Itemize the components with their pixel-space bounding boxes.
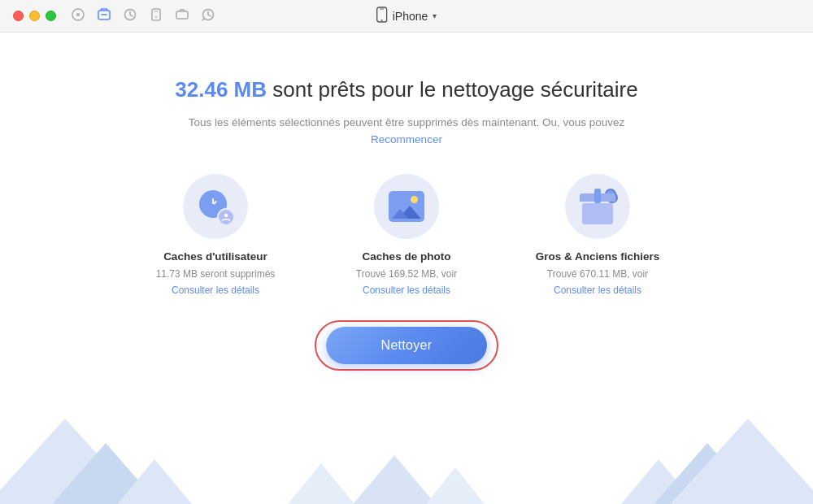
- clean-button-highlight-border: [315, 320, 499, 371]
- headline-size: 32.46 MB: [175, 77, 267, 102]
- bg-mountain-2: [49, 443, 163, 504]
- user-cache-title: Caches d'utilisateur: [163, 250, 267, 263]
- background-mountains: [0, 406, 813, 504]
- bg-mountain-4: [667, 419, 813, 504]
- box-body-shape: [582, 203, 613, 224]
- headline-text: sont prêts pour le nettoyage sécuritaire: [267, 77, 638, 102]
- large-files-details-link[interactable]: Consulter les détails: [554, 285, 641, 296]
- svg-point-13: [224, 213, 228, 216]
- toolbar-icon-6[interactable]: [201, 7, 215, 25]
- mountain1-shape: [392, 209, 408, 219]
- svg-point-12: [381, 20, 383, 21]
- photo-cache-title: Caches de photo: [363, 250, 451, 263]
- close-button[interactable]: [13, 11, 24, 21]
- clean-button-wrapper: Nettoyer: [326, 327, 488, 364]
- large-files-title: Gros & Anciens fichiers: [536, 250, 660, 263]
- toolbar-icon-3[interactable]: [123, 7, 137, 25]
- clock-hands: [206, 197, 220, 211]
- toolbar-icon-2[interactable]: [97, 7, 111, 25]
- recommencer-link[interactable]: Recommencer: [371, 133, 442, 146]
- device-selector[interactable]: iPhone ▾: [376, 7, 437, 26]
- card-large-files: Gros & Anciens fichiers Trouvé 670.11 MB…: [524, 174, 671, 296]
- photo-cache-desc: Trouvé 169.52 MB, voir: [356, 267, 457, 281]
- svg-point-1: [76, 13, 80, 16]
- minimize-button[interactable]: [29, 11, 40, 21]
- iphone-icon: [376, 7, 388, 26]
- photo-cache-icon-wrapper: [374, 174, 439, 239]
- user-badge-icon: [217, 208, 235, 226]
- bg-mountain-9: [423, 467, 488, 504]
- photo-cache-icon: [389, 191, 424, 222]
- chevron-down-icon: ▾: [433, 11, 437, 20]
- traffic-lights: [13, 11, 56, 21]
- cards-row: Caches d'utilisateur 11.73 MB seront sup…: [142, 174, 671, 296]
- bg-mountain-5: [650, 443, 764, 504]
- toolbar-icon-4[interactable]: [149, 7, 163, 25]
- bg-mountain-8: [350, 455, 439, 504]
- user-cache-icon-wrapper: [183, 174, 248, 239]
- device-name: iPhone: [393, 10, 428, 23]
- card-photo-cache: Caches de photo Trouvé 169.52 MB, voir C…: [333, 174, 480, 296]
- card-user-cache: Caches d'utilisateur 11.73 MB seront sup…: [142, 174, 289, 296]
- bg-mountain-3: [114, 459, 195, 504]
- bg-mountain-7: [285, 463, 358, 504]
- svg-rect-5: [152, 9, 160, 20]
- toolbar-icon-1[interactable]: [71, 7, 85, 25]
- box-strip-shape: [594, 189, 601, 203]
- svg-point-7: [155, 16, 157, 18]
- user-cache-icon: [196, 187, 235, 226]
- toolbar-icon-5[interactable]: [175, 7, 189, 25]
- main-content: 32.46 MB sont prêts pour le nettoyage sé…: [0, 33, 813, 504]
- large-files-icon-wrapper: [565, 174, 630, 239]
- bg-mountain-1: [0, 419, 146, 504]
- bg-mountain-6: [618, 459, 699, 504]
- svg-rect-8: [176, 11, 188, 19]
- large-files-icon: [577, 189, 618, 224]
- fullscreen-button[interactable]: [46, 11, 56, 21]
- photo-cache-details-link[interactable]: Consulter les détails: [363, 285, 450, 296]
- user-cache-details-link[interactable]: Consulter les détails: [172, 285, 259, 296]
- main-headline: 32.46 MB sont prêts pour le nettoyage sé…: [175, 77, 637, 102]
- toolbar-icons: [71, 7, 215, 25]
- subtitle-text: Tous les éléments sélectionnés peuvent ê…: [189, 114, 625, 132]
- user-cache-desc: 11.73 MB seront supprimés: [156, 267, 276, 281]
- titlebar: iPhone ▾: [0, 0, 813, 33]
- large-files-desc: Trouvé 670.11 MB, voir: [547, 267, 648, 281]
